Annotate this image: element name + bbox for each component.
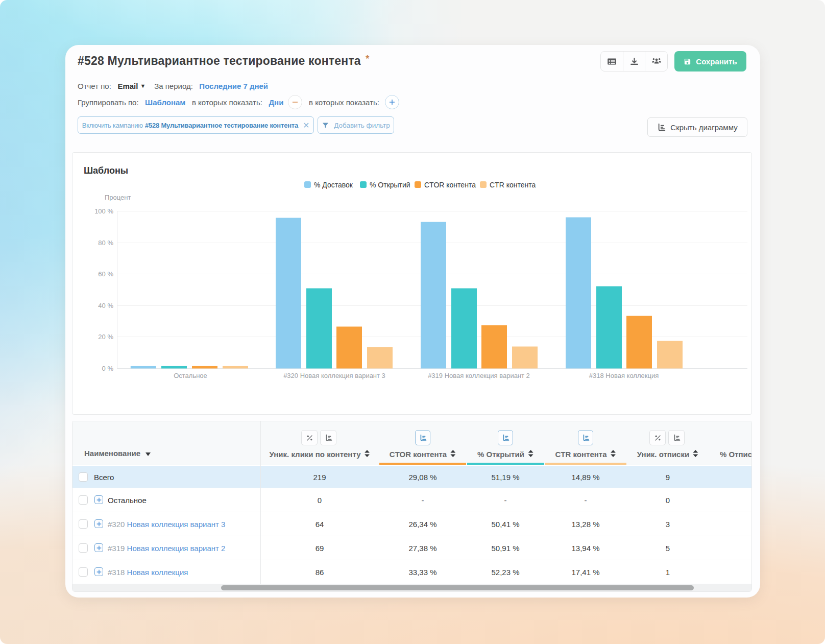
svg-text:60 %: 60 %	[98, 270, 113, 278]
svg-text:20 %: 20 %	[98, 333, 113, 341]
svg-text:100 %: 100 %	[94, 207, 113, 215]
svg-text:0 %: 0 %	[102, 365, 114, 372]
svg-text:#319 Новая коллекция вариант 2: #319 Новая коллекция вариант 2	[428, 372, 530, 379]
svg-text:CTOR контента: CTOR контента	[424, 181, 476, 189]
svg-text:% Доставок: % Доставок	[314, 181, 353, 189]
svg-text:#320 Новая коллекция вариант 3: #320 Новая коллекция вариант 3	[283, 372, 385, 379]
svg-text:% Открытий: % Открытий	[370, 181, 410, 189]
svg-text:#318 Новая коллекция: #318 Новая коллекция	[589, 372, 659, 379]
svg-text:40 %: 40 %	[98, 302, 113, 309]
svg-text:CTR контента: CTR контента	[490, 181, 536, 189]
svg-text:80 %: 80 %	[98, 239, 113, 247]
svg-text:Процент: Процент	[105, 194, 131, 201]
svg-text:Остальное: Остальное	[174, 372, 207, 379]
